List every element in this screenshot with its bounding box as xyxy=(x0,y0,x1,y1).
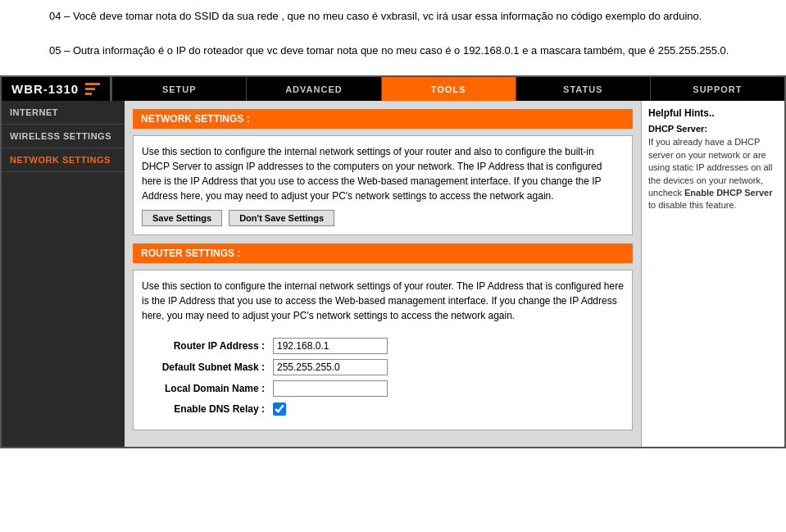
router-ip-input[interactable] xyxy=(273,338,388,354)
sidebar-item-internet[interactable]: INTERNET xyxy=(2,101,125,125)
network-settings-description: Use this section to configure the intern… xyxy=(142,144,624,203)
paragraph-2: 05 – Outra informação é o IP do roteador… xyxy=(49,43,737,60)
router-header: WBR-1310 SETUP ADVANCED TOOLS STATUS SUP… xyxy=(2,77,784,101)
network-settings-buttons: Save Settings Don't Save Settings xyxy=(142,210,624,226)
form-row-dns-relay: Enable DNS Relay : xyxy=(142,402,624,416)
network-settings-header: NETWORK SETTINGS : xyxy=(133,109,633,129)
tab-support[interactable]: SUPPORT xyxy=(650,77,784,101)
subnet-mask-input[interactable] xyxy=(273,359,388,375)
tab-advanced[interactable]: ADVANCED xyxy=(246,77,380,101)
local-domain-label: Local Domain Name : xyxy=(142,381,273,396)
router-settings-body: Use this section to configure the intern… xyxy=(133,270,633,430)
dns-relay-checkbox[interactable] xyxy=(273,402,286,416)
router-ip-label: Router IP Address : xyxy=(142,339,273,353)
tab-status[interactable]: STATUS xyxy=(516,77,650,101)
subnet-mask-label: Default Subnet Mask : xyxy=(142,360,273,375)
form-row-local-domain: Local Domain Name : xyxy=(142,380,624,397)
sidebar: INTERNET WIRELESS SETTINGS NETWORK SETTI… xyxy=(2,101,125,447)
paragraph-1: 04 – Você deve tomar nota do SSID da sua… xyxy=(49,8,737,25)
tab-tools[interactable]: TOOLS xyxy=(381,77,516,101)
hints-bold-text: Enable DHCP Server xyxy=(684,188,772,198)
router-ui: WBR-1310 SETUP ADVANCED TOOLS STATUS SUP… xyxy=(0,75,786,448)
sidebar-item-network[interactable]: NETWORK SETTINGS xyxy=(2,148,125,172)
hints-title: Helpful Hints.. xyxy=(648,107,778,119)
dns-relay-label: Enable DNS Relay : xyxy=(142,402,273,416)
router-settings-description: Use this section to configure the intern… xyxy=(142,279,624,323)
nav-tabs: SETUP ADVANCED TOOLS STATUS SUPPORT xyxy=(111,77,784,101)
router-body: INTERNET WIRELESS SETTINGS NETWORK SETTI… xyxy=(2,101,784,447)
logo-line-3 xyxy=(85,93,92,95)
sidebar-item-wireless[interactable]: WIRELESS SETTINGS xyxy=(2,125,125,148)
content-area: NETWORK SETTINGS : Use this section to c… xyxy=(125,101,641,447)
router-settings-header: ROUTER SETTINGS : xyxy=(133,243,633,263)
logo-text: WBR-1310 xyxy=(11,82,79,96)
local-domain-input[interactable] xyxy=(273,380,388,397)
form-row-subnet-mask: Default Subnet Mask : xyxy=(142,359,624,375)
dont-save-settings-button[interactable]: Don't Save Settings xyxy=(229,210,334,226)
top-text-area: 04 – Você deve tomar nota do SSID da sua… xyxy=(0,0,786,75)
logo-line-2 xyxy=(85,88,95,90)
hints-text-part2: to disable this feature. xyxy=(648,200,737,210)
hints-subtitle: DHCP Server: xyxy=(648,124,778,134)
network-settings-body: Use this section to configure the intern… xyxy=(133,135,633,235)
hints-text: If you already have a DHCP server on you… xyxy=(648,136,778,211)
logo-line-1 xyxy=(85,83,100,85)
form-row-router-ip: Router IP Address : xyxy=(142,338,624,354)
tab-setup[interactable]: SETUP xyxy=(111,77,246,101)
hints-panel: Helpful Hints.. DHCP Server: If you alre… xyxy=(641,101,784,447)
logo-decoration xyxy=(85,83,100,95)
router-logo: WBR-1310 xyxy=(2,77,111,101)
save-settings-button[interactable]: Save Settings xyxy=(142,210,222,226)
